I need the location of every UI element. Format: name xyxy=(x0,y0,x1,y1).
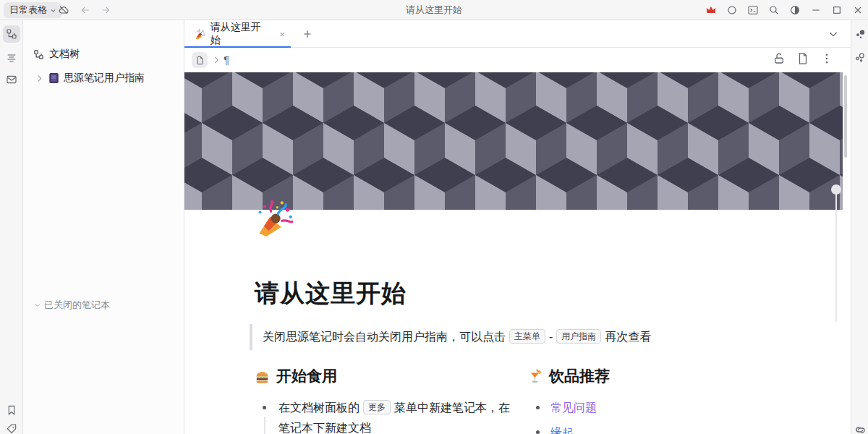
vip-crown-icon[interactable] xyxy=(705,4,717,16)
dock-filetree-icon[interactable] xyxy=(3,25,20,43)
blockquote-separator: - xyxy=(549,331,553,343)
list-bullet xyxy=(536,406,540,409)
tropical-drink-icon xyxy=(527,369,542,384)
search-icon[interactable] xyxy=(768,4,780,16)
readonly-unlock-icon[interactable] xyxy=(773,52,786,65)
heading-label: 饮品推荐 xyxy=(549,366,610,386)
tabbar: 请从这里开始 × xyxy=(184,20,851,48)
global-graph-icon[interactable] xyxy=(853,50,867,64)
new-tab-button[interactable] xyxy=(302,28,313,40)
dock-bookmark-icon[interactable] xyxy=(3,401,20,419)
list-bullet xyxy=(263,406,266,409)
kbd-user-guide: 用户指南 xyxy=(556,329,601,344)
link-faq[interactable]: 常见问题 xyxy=(550,398,597,418)
marketplace-icon[interactable] xyxy=(726,4,738,16)
backlinks-icon[interactable] xyxy=(853,422,867,434)
blockquote-text: 关闭思源笔记时会自动关闭用户指南，可以点击 xyxy=(263,331,506,343)
graph-icon[interactable] xyxy=(853,27,867,41)
workspace-switcher[interactable]: 日常表格 xyxy=(4,2,62,18)
banner-drag-handle[interactable] xyxy=(831,184,841,195)
tab-label: 请从这里开始 xyxy=(210,21,271,47)
kbd-more: 更多 xyxy=(363,400,391,414)
tab-active[interactable]: 请从这里开始 × xyxy=(184,20,291,48)
doc-emoji-party-popper[interactable] xyxy=(255,200,293,237)
breadcrumb: ¶ xyxy=(184,48,851,72)
theme-mode-icon[interactable] xyxy=(789,4,801,16)
banner-drag-line xyxy=(835,194,837,322)
back-button[interactable] xyxy=(80,4,91,16)
doc-title[interactable]: 请从这里开始 xyxy=(255,277,407,310)
list-bullet xyxy=(536,430,540,434)
notebook-label: 思源笔记用户指南 xyxy=(64,72,145,85)
caret-down-icon xyxy=(50,7,56,14)
chevron-right-icon xyxy=(211,55,221,65)
heading-drinks[interactable]: 饮品推荐 xyxy=(527,366,610,386)
link-origin[interactable]: 缘起 xyxy=(550,423,574,434)
titlebar: 日常表格 请从这里开始 xyxy=(0,0,868,20)
editor-area[interactable]: 请从这里开始 关闭思源笔记时会自动关闭用户指南，可以点击主菜单-用户指南再次查看… xyxy=(184,72,849,434)
workspace-label: 日常表格 xyxy=(9,4,47,17)
doc-banner[interactable] xyxy=(184,72,843,210)
kbd-main-menu: 主菜单 xyxy=(509,329,545,344)
doc-info-icon[interactable] xyxy=(796,52,809,65)
forward-button[interactable] xyxy=(100,4,111,16)
breadcrumb-paragraph[interactable]: ¶ xyxy=(224,54,229,66)
editor-scrollbar[interactable] xyxy=(844,75,847,158)
more-menu-icon[interactable] xyxy=(820,52,833,65)
maximize-button[interactable] xyxy=(831,4,843,16)
list-item-text: 在文档树面板的 xyxy=(278,401,359,414)
chevron-down-icon xyxy=(33,301,42,310)
filetree-panel: 文档树 思源笔记用户指南 已关闭的笔记本 xyxy=(23,20,184,434)
closed-notebooks-toggle[interactable]: 已关闭的笔记本 xyxy=(33,299,110,312)
tab-menu-button[interactable] xyxy=(827,28,839,40)
blockquote-text-after: 再次查看 xyxy=(605,331,651,343)
chevron-right-icon[interactable] xyxy=(35,74,44,83)
cloud-sync-off-icon[interactable] xyxy=(58,4,69,16)
left-dock xyxy=(0,20,23,434)
hamburger-icon xyxy=(255,369,270,384)
tab-close-icon[interactable]: × xyxy=(279,29,285,40)
minimize-button[interactable] xyxy=(810,4,822,16)
dock-outline-icon[interactable] xyxy=(3,49,20,67)
notebook-icon xyxy=(48,72,59,84)
console-icon[interactable] xyxy=(747,4,759,16)
list-item[interactable]: 在文档树面板的更多菜单中新建笔记本，在笔记本下新建文档 xyxy=(278,398,511,434)
list-guide-line xyxy=(264,417,265,434)
breadcrumb-doc-icon[interactable] xyxy=(192,52,208,68)
blockquote[interactable]: 关闭思源笔记时会自动关闭用户指南，可以点击主菜单-用户指南再次查看 xyxy=(250,324,792,350)
heading-label: 开始食用 xyxy=(276,366,337,386)
right-dock xyxy=(851,20,868,434)
panel-title: 文档树 xyxy=(49,48,80,61)
closed-notebooks-label: 已关闭的笔记本 xyxy=(44,299,110,312)
heading-start-eating[interactable]: 开始食用 xyxy=(255,366,337,386)
notebook-item[interactable]: 思源笔记用户指南 xyxy=(35,72,145,85)
filetree-panel-header: 文档树 xyxy=(33,48,80,61)
party-popper-icon xyxy=(195,29,205,40)
filetree-icon xyxy=(33,49,44,60)
close-button[interactable] xyxy=(852,4,864,16)
dock-tag-icon[interactable] xyxy=(3,420,20,434)
dock-inbox-icon[interactable] xyxy=(3,71,20,88)
